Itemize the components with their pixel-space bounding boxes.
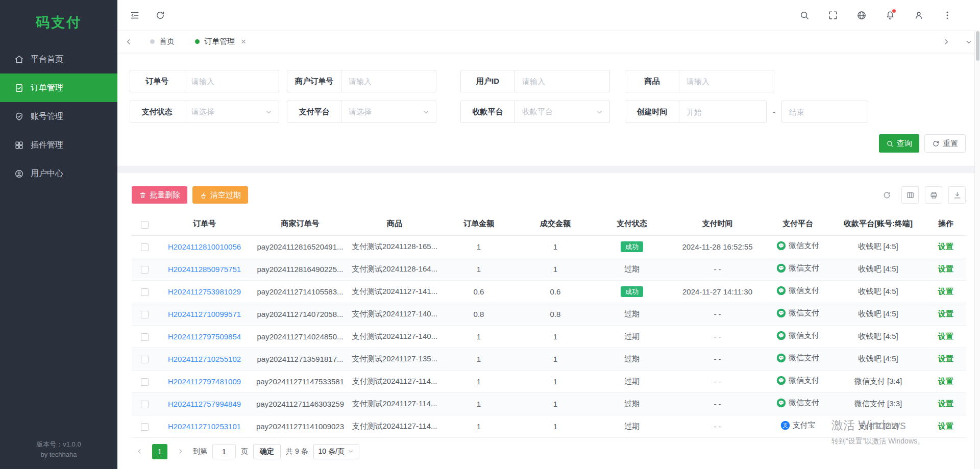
order-no-link[interactable]: H2024112710099571 (168, 310, 241, 318)
row-checkbox[interactable] (141, 243, 149, 251)
row-settings-link[interactable]: 设置 (938, 242, 953, 251)
tabs-scroll-left-button[interactable] (117, 31, 140, 53)
clean-icon (200, 191, 207, 199)
row-settings-link[interactable]: 设置 (938, 354, 953, 363)
user-id-input[interactable] (515, 70, 609, 92)
order-no-link[interactable]: H2024112757994849 (168, 400, 241, 408)
version-number: 版本号：v1.0.0 (0, 439, 117, 450)
row-checkbox[interactable] (141, 333, 149, 341)
row-settings-link[interactable]: 设置 (938, 309, 953, 318)
sidebar-collapse-button[interactable] (125, 5, 145, 26)
globe-icon (856, 10, 867, 20)
sidebar-item-accounts[interactable]: 账号管理 (0, 102, 117, 131)
cell-receive-platform: 收钱吧 [4:5] (831, 280, 925, 303)
table-toolbar: 批量删除 清空过期 (132, 186, 966, 204)
cell-checkbox (132, 370, 157, 392)
cell-pay-status: 过期 (594, 392, 670, 415)
row-checkbox[interactable] (141, 311, 149, 318)
page-scrollbar[interactable] (974, 30, 980, 469)
tab-orders[interactable]: 订单管理× (185, 31, 256, 53)
merchant-order-no-input[interactable] (341, 70, 436, 92)
fullscreen-button[interactable] (823, 5, 843, 26)
page-refresh-button[interactable] (150, 5, 170, 26)
cell-pay-time: - - (670, 348, 765, 370)
pay-platform-select[interactable]: 请选择 (341, 101, 436, 122)
print-button[interactable] (925, 186, 942, 204)
chevron-down-icon (422, 108, 430, 116)
cell-product: 支付测试20241127-114... (349, 392, 440, 415)
cell-product: 支付测试20241127-135... (349, 348, 440, 370)
tab-home[interactable]: 首页 (140, 31, 185, 53)
order-no-link[interactable]: H2024112797509854 (168, 332, 241, 341)
row-checkbox[interactable] (141, 356, 149, 363)
sidebar-item-home[interactable]: 平台首页 (0, 45, 117, 73)
tabs-scroll-right-button[interactable] (935, 31, 958, 53)
order-no-link[interactable]: H2024112710255102 (168, 355, 241, 363)
cell-pay-platform: 微信支付 (765, 258, 831, 280)
row-settings-link[interactable]: 设置 (938, 264, 953, 273)
row-checkbox[interactable] (141, 288, 149, 296)
accounts-icon (14, 112, 24, 121)
search-button[interactable]: 查询 (879, 134, 919, 153)
order-no-input[interactable] (184, 70, 279, 92)
cell-checkbox (132, 392, 157, 415)
prev-page-button[interactable] (132, 444, 147, 459)
start-date-input[interactable] (679, 101, 766, 122)
order-no-link[interactable]: H2024112710253101 (168, 422, 241, 431)
clear-expired-button[interactable]: 清空过期 (192, 186, 248, 204)
tab-close-icon[interactable]: × (241, 37, 246, 46)
column-settings-button[interactable] (901, 186, 919, 204)
row-checkbox[interactable] (141, 423, 149, 431)
row-checkbox[interactable] (141, 266, 149, 274)
row-settings-link[interactable]: 设置 (938, 422, 953, 430)
cell-receive-platform: 微信支付 [3:4] (831, 370, 925, 392)
refresh-icon (155, 10, 165, 20)
sidebar-item-user-center[interactable]: 用户中心 (0, 159, 117, 188)
scrollbar-thumb[interactable] (976, 31, 979, 61)
sidebar-item-orders[interactable]: 订单管理 (0, 73, 117, 102)
select-placeholder: 请选择 (191, 107, 214, 117)
export-button[interactable] (948, 186, 966, 204)
select-all-checkbox[interactable] (141, 221, 149, 229)
row-settings-link[interactable]: 设置 (938, 377, 953, 385)
chevron-down-icon (265, 108, 273, 116)
cell-receive-platform: 收钱吧 [4:5] (831, 258, 925, 280)
row-settings-link[interactable]: 设置 (938, 287, 953, 295)
filter-order-no: 订单号 (130, 70, 279, 92)
cell-pay-platform: 微信支付 (765, 348, 831, 370)
order-no-link[interactable]: H2024112797481009 (168, 377, 241, 386)
filter-merchant-order-no: 商户订单号 (287, 70, 436, 92)
row-checkbox[interactable] (141, 401, 149, 408)
global-search-button[interactable] (794, 5, 815, 26)
order-no-link[interactable]: H2024112850975751 (168, 265, 241, 274)
notifications-button[interactable] (880, 5, 900, 26)
goto-confirm-button[interactable]: 确定 (253, 444, 281, 459)
alipay-icon: 支 (780, 421, 790, 430)
status-badge-success: 成功 (621, 241, 643, 252)
tab-list: 首页订单管理× (140, 31, 935, 53)
reset-button[interactable]: 重置 (924, 134, 966, 153)
goto-page-input[interactable] (212, 444, 236, 459)
product-input[interactable] (679, 70, 774, 92)
table-refresh-button[interactable] (878, 186, 895, 204)
receive-platform-select[interactable]: 收款平台 (515, 101, 609, 122)
cell-action: 设置 (925, 280, 966, 303)
batch-delete-button[interactable]: 批量删除 (132, 186, 187, 204)
page-size-select[interactable]: 10 条/页 (313, 444, 359, 459)
pay-status-select[interactable]: 请选择 (184, 101, 279, 122)
cell-pay-status: 过期 (594, 303, 670, 325)
more-options-button[interactable] (937, 5, 958, 26)
language-button[interactable] (851, 5, 872, 26)
page-number-button[interactable]: 1 (152, 444, 167, 459)
end-date-input[interactable] (781, 101, 868, 123)
order-no-link[interactable]: H2024112753981029 (168, 287, 241, 296)
row-settings-link[interactable]: 设置 (938, 332, 953, 340)
sidebar-item-plugins[interactable]: 插件管理 (0, 131, 117, 159)
order-no-link[interactable]: H2024112810010056 (168, 242, 241, 251)
cell-action: 设置 (925, 370, 966, 392)
home-icon (14, 55, 24, 64)
next-page-button[interactable] (173, 444, 188, 459)
row-settings-link[interactable]: 设置 (938, 399, 953, 408)
row-checkbox[interactable] (141, 378, 149, 386)
user-profile-button[interactable] (909, 5, 929, 26)
